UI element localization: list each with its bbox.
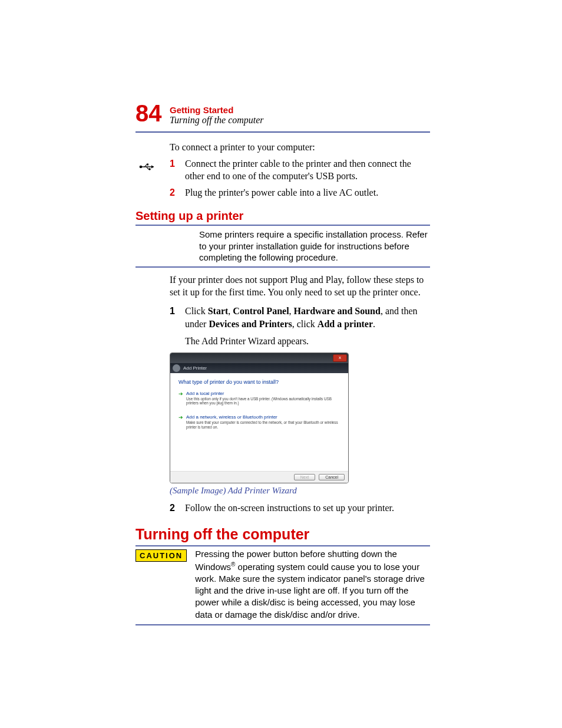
step-b2: 2 Follow the on-screen instructions to s… (170, 502, 430, 515)
section-subtitle: Turning off the computer (170, 115, 264, 126)
step-text: Click Start, Control Panel, Hardware and… (185, 305, 430, 348)
chapter-title: Getting Started (170, 105, 264, 115)
wizard-body: What type of printer do you want to inst… (170, 373, 348, 471)
option-desc: Use this option only if you don't have a… (186, 397, 340, 405)
caution-block: CAUTION Pressing the power button before… (135, 548, 430, 621)
wizard-option-network: ➔ Add a network, wireless or Bluetooth p… (178, 414, 340, 429)
intro-text: To connect a printer to your computer: (170, 141, 430, 154)
add-printer-wizard-image: x Add Printer What type of printer do yo… (170, 353, 349, 483)
caution-text: Pressing the power button before shuttin… (195, 548, 430, 621)
image-caption: (Sample Image) Add Printer Wizard (170, 486, 430, 496)
arrow-icon: ➔ (178, 391, 183, 405)
note-text: Some printers require a specific install… (199, 228, 430, 265)
step-a2: 2 Plug the printer's power cable into a … (170, 186, 430, 199)
step-a1: 1 Connect the printer cable to the print… (170, 157, 430, 183)
cancel-button: Cancel (319, 474, 345, 480)
step-follow-text: The Add Printer Wizard appears. (185, 335, 430, 348)
page-number: 84 (135, 101, 170, 125)
option-title: Add a network, wireless or Bluetooth pri… (186, 414, 340, 420)
close-icon: x (333, 354, 347, 362)
caution-rule-top (135, 545, 430, 546)
option-desc: Make sure that your computer is connecte… (186, 420, 340, 429)
content-column: 84 Getting Started Turning off the compu… (135, 101, 430, 627)
step-number: 2 (170, 502, 185, 515)
section-rule-top (135, 225, 430, 226)
wizard-footer: Next Cancel (170, 471, 348, 483)
step-text: Plug the printer's power cable into a li… (185, 186, 378, 199)
wizard-titlebar: x (170, 353, 348, 363)
header-text: Getting Started Turning off the computer (170, 105, 264, 126)
section-heading-setup: Setting up a printer (135, 209, 430, 223)
plug-and-play-text: If your printer does not support Plug an… (170, 274, 430, 299)
step-number: 1 (170, 305, 185, 348)
page-header: 84 Getting Started Turning off the compu… (135, 101, 430, 126)
wizard-breadcrumb-bar: Add Printer (170, 363, 348, 373)
step-b1: 1 Click Start, Control Panel, Hardware a… (170, 305, 430, 348)
step-text: Connect the printer cable to the printer… (185, 157, 430, 183)
caution-rule-bottom (135, 624, 430, 625)
caution-badge: CAUTION (135, 549, 187, 562)
arrow-icon: ➔ (178, 414, 183, 429)
wizard-breadcrumb: Add Printer (183, 365, 207, 371)
next-button: Next (294, 474, 315, 480)
section-rule-bottom (135, 266, 430, 268)
wizard-question: What type of printer do you want to inst… (178, 379, 340, 385)
wizard-option-local: ➔ Add a local printer Use this option on… (178, 391, 340, 405)
section-heading-turnoff: Turning off the computer (135, 526, 430, 543)
header-rule (135, 131, 430, 133)
page: 84 Getting Started Turning off the compu… (0, 0, 562, 728)
step-text: Follow the on-screen instructions to set… (185, 502, 394, 515)
back-icon (173, 364, 180, 372)
option-title: Add a local printer (186, 391, 340, 396)
note-box: Some printers require a specific install… (135, 228, 430, 265)
step-number: 1 (170, 157, 185, 183)
step-number: 2 (170, 186, 185, 199)
